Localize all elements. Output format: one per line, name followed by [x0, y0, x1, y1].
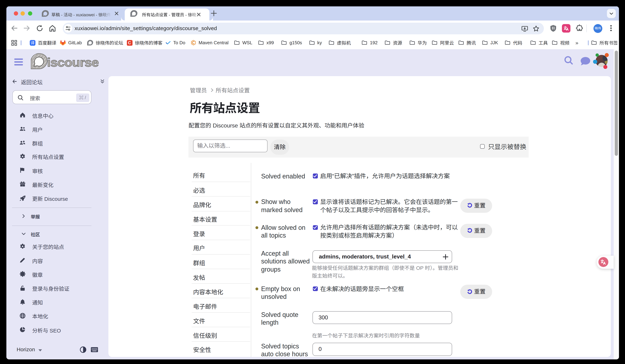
svg-text:iscourse: iscourse — [47, 56, 99, 69]
